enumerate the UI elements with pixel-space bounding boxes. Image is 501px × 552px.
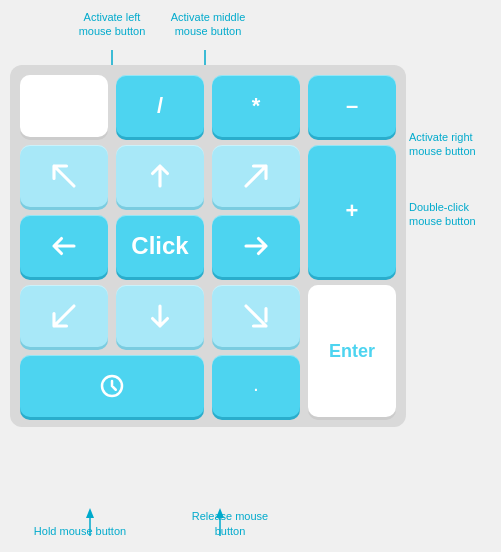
key-empty[interactable] [20,75,108,137]
key-6[interactable] [212,215,300,277]
key-enter[interactable]: Enter [308,285,396,417]
key-8[interactable] [116,145,204,207]
arrow-up-icon [145,161,175,191]
arrow-nw-icon [49,161,79,191]
label-release: Release mouse button [175,509,285,538]
key-enter-label: Enter [329,341,375,362]
key-1[interactable] [20,285,108,347]
key-0[interactable] [20,355,204,417]
arrow-down-icon [145,301,175,331]
activate-middle-text: Activate middle mouse button [171,11,246,37]
key-asterisk[interactable]: * [212,75,300,137]
key-minus-label: – [346,93,358,119]
key-slash-label: / [157,93,163,119]
release-text: Release mouse button [192,510,268,536]
label-double-click: Double-click mouse button [409,200,499,229]
numpad-grid: / * – + [20,75,396,417]
key-5-click[interactable]: Click [116,215,204,277]
key-click-label: Click [131,232,188,260]
key-4[interactable] [20,215,108,277]
key-7[interactable] [20,145,108,207]
main-container: Activate left mouse button Activate midd… [0,0,501,552]
arrow-insert-icon [97,371,127,401]
key-plus[interactable]: + [308,145,396,277]
key-plus-label: + [346,198,359,224]
key-dot[interactable]: . [212,355,300,417]
arrow-sw-icon [49,301,79,331]
label-hold: Hold mouse button [30,524,130,538]
arrow-se-icon [241,301,271,331]
svg-marker-9 [86,508,94,518]
double-click-text: Double-click mouse button [409,201,476,227]
arrow-ne-icon [241,161,271,191]
key-3[interactable] [212,285,300,347]
arrow-right-icon [241,231,271,261]
key-asterisk-label: * [252,93,261,119]
label-activate-middle: Activate middle mouse button [168,10,248,39]
key-9[interactable] [212,145,300,207]
key-2[interactable] [116,285,204,347]
activate-right-text: Activate right mouse button [409,131,476,157]
key-minus[interactable]: – [308,75,396,137]
label-activate-left: Activate left mouse button [72,10,152,39]
hold-text: Hold mouse button [34,525,126,537]
activate-left-text: Activate left mouse button [79,11,146,37]
label-activate-right: Activate right mouse button [409,130,499,159]
numpad-area: / * – + [10,65,406,427]
key-slash[interactable]: / [116,75,204,137]
key-dot-label: . [254,378,258,394]
arrow-left-icon [49,231,79,261]
